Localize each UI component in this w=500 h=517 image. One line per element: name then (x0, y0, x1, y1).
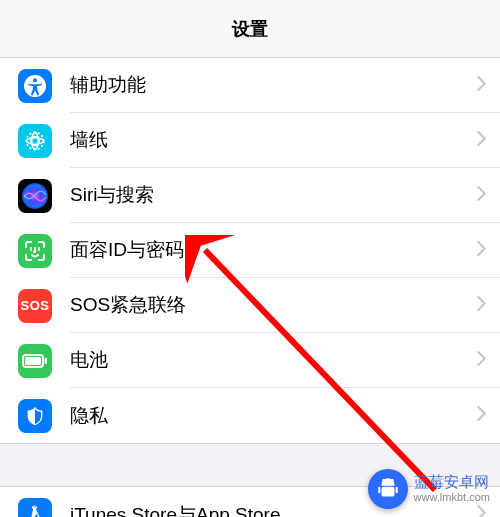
appstore-icon (18, 498, 52, 518)
svg-point-3 (26, 132, 43, 149)
row-privacy[interactable]: 隐私 (0, 388, 500, 443)
row-label: Siri与搜索 (70, 182, 477, 208)
svg-rect-7 (45, 358, 48, 364)
chevron-right-icon (477, 131, 486, 150)
row-label: 面容ID与密码 (70, 237, 477, 263)
row-label: SOS紧急联络 (70, 292, 477, 318)
watermark-url: www.lmkbt.com (414, 491, 490, 504)
battery-icon (18, 344, 52, 378)
sos-icon: SOS (18, 289, 52, 323)
watermark: 蓝莓安卓网 www.lmkbt.com (368, 469, 490, 509)
watermark-brand: 蓝莓安卓网 (414, 473, 490, 491)
row-battery[interactable]: 电池 (0, 333, 500, 388)
chevron-right-icon (477, 186, 486, 205)
row-label: 电池 (70, 347, 477, 373)
watermark-logo-icon (368, 469, 408, 509)
page-title: 设置 (232, 17, 268, 41)
row-sos[interactable]: SOS SOS紧急联络 (0, 278, 500, 333)
privacy-icon (18, 399, 52, 433)
row-accessibility[interactable]: 辅助功能 (0, 58, 500, 113)
svg-rect-6 (25, 357, 41, 365)
svg-point-1 (33, 78, 37, 82)
row-label: 辅助功能 (70, 72, 477, 98)
row-label: 隐私 (70, 403, 477, 429)
chevron-right-icon (477, 406, 486, 425)
settings-list-1: 辅助功能 墙纸 Siri与搜索 面容ID与密码 SOS (0, 58, 500, 443)
accessibility-icon (18, 69, 52, 103)
svg-rect-13 (395, 487, 397, 494)
faceid-icon (18, 234, 52, 268)
header: 设置 (0, 0, 500, 58)
chevron-right-icon (477, 76, 486, 95)
row-wallpaper[interactable]: 墙纸 (0, 113, 500, 168)
wallpaper-icon (18, 124, 52, 158)
chevron-right-icon (477, 351, 486, 370)
svg-rect-11 (381, 487, 394, 497)
row-siri[interactable]: Siri与搜索 (0, 168, 500, 223)
chevron-right-icon (477, 241, 486, 260)
siri-icon (18, 179, 52, 213)
row-label: 墙纸 (70, 127, 477, 153)
row-faceid[interactable]: 面容ID与密码 (0, 223, 500, 278)
chevron-right-icon (477, 296, 486, 315)
svg-rect-12 (378, 487, 380, 494)
